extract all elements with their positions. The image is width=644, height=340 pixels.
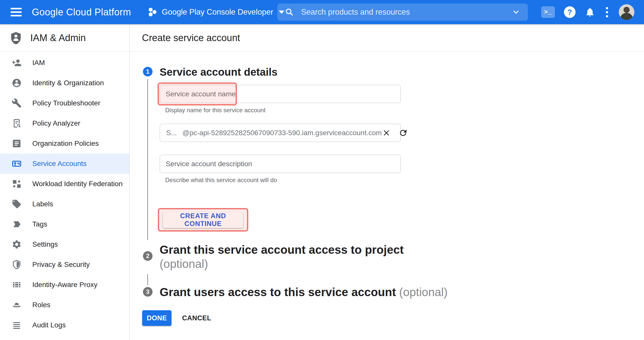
sidebar-item-workload-identity-federation[interactable]: Workload Identity Federation [0,174,129,194]
account-circle-icon [12,78,22,88]
cancel-button[interactable]: CANCEL [182,310,211,326]
sidebar-item-privacy-security[interactable]: Privacy & Security [0,254,129,275]
step-connector-line-2 [147,274,148,285]
topbar-actions: >_ ? [541,0,634,24]
sidebar-item-identity-aware-proxy[interactable]: Identity-Aware Proxy [0,275,129,295]
page-title: Create service account [142,33,240,43]
menu-icon[interactable] [11,8,22,16]
sidebar-item-settings[interactable]: Settings [0,234,129,254]
name-field-helper: Display name for this service account [165,107,266,114]
step-3-title[interactable]: Grant users access to this service accou… [160,285,448,299]
topbar: Google Cloud Platform Google Play Consol… [0,0,644,24]
key-icon [12,159,22,169]
proxy-wall-icon [12,280,22,290]
clear-icon[interactable] [382,128,391,137]
id-domain-suffix: @pc-api-5289252825067090733-590.iam.gser… [182,129,382,137]
project-hexagons-icon [147,7,158,18]
sidebar-item-roles[interactable]: Roles [0,295,129,315]
shield-icon [12,260,22,270]
document-search-icon [12,118,22,128]
sidebar-item-identity-organization[interactable]: Identity & Organization [0,73,129,93]
sidebar-title: IAM & Admin [30,33,86,43]
sidebar-header: IAM & Admin [0,24,129,52]
annotation-box-name-field [158,82,237,105]
article-icon [12,138,22,149]
wrench-icon [12,98,22,108]
step-3-optional-label: (optional) [399,286,448,299]
done-button[interactable]: DONE [142,310,171,326]
tag-icon [12,199,22,209]
step-1-title: Service account details [160,65,278,79]
search-placeholder: Search products and resources [301,8,512,17]
service-account-id-field[interactable]: S... @pc-api-5289252825067090733-590.iam… [160,124,401,142]
more-options-icon[interactable] [604,6,610,19]
shapes-icon [12,179,22,189]
project-selector[interactable]: Google Play Console Developer [147,7,284,18]
sidebar-item-audit-logs[interactable]: Audit Logs [0,315,129,335]
search-chevron-down-icon[interactable] [512,8,520,16]
hat-icon [12,300,22,310]
search-icon [285,8,294,17]
step-2-optional-label: (optional) [160,257,208,270]
sidebar-item-policy-troubleshooter[interactable]: Policy Troubleshooter [0,93,129,113]
create-service-account-form: 1 Service account details Display name f… [130,52,644,340]
sidebar-nav: IAM Identity & Organization Policy Troub… [0,52,129,335]
iam-admin-shield-icon [9,31,23,45]
search-input[interactable]: Search products and resources [277,4,528,21]
step-connector-line [147,79,148,240]
user-avatar[interactable] [619,4,634,20]
sidebar-item-service-accounts[interactable]: Service Accounts [0,154,129,174]
label-important-icon [12,219,22,229]
notifications-bell-icon[interactable] [585,7,595,17]
service-account-description-input[interactable] [160,155,401,173]
sidebar-item-organization-policies[interactable]: Organization Policies [0,133,129,154]
page-header: Create service account [130,24,644,52]
main-content: Create service account 1 Service account… [130,24,644,340]
gcp-console-screen: Google Cloud Platform Google Play Consol… [0,0,644,340]
sidebar-item-tags[interactable]: Tags [0,214,129,234]
id-prefix: S... [166,129,177,137]
step-2-badge: 2 [143,251,153,261]
step-3-badge: 3 [143,287,153,297]
step-2-title[interactable]: Grant this service account access to pro… [160,243,404,271]
description-field-helper: Describe what this service account will … [165,177,277,184]
annotation-box-create-button: CREATE AND CONTINUE [158,208,248,232]
person-add-icon [12,58,22,68]
help-icon[interactable]: ? [564,6,576,18]
refresh-icon[interactable] [399,128,408,137]
sidebar: IAM & Admin IAM Identity & Organization … [0,24,130,340]
list-lines-icon [12,320,22,330]
product-logo[interactable]: Google Cloud Platform [32,7,131,18]
step-1-badge: 1 [143,67,153,76]
project-name: Google Play Console Developer [162,8,273,17]
sidebar-item-iam[interactable]: IAM [0,53,129,73]
sidebar-item-labels[interactable]: Labels [0,194,129,214]
gear-icon [12,239,22,249]
cloud-shell-icon[interactable]: >_ [541,6,555,18]
sidebar-item-policy-analyzer[interactable]: Policy Analyzer [0,113,129,133]
create-and-continue-button[interactable]: CREATE AND CONTINUE [163,212,243,228]
